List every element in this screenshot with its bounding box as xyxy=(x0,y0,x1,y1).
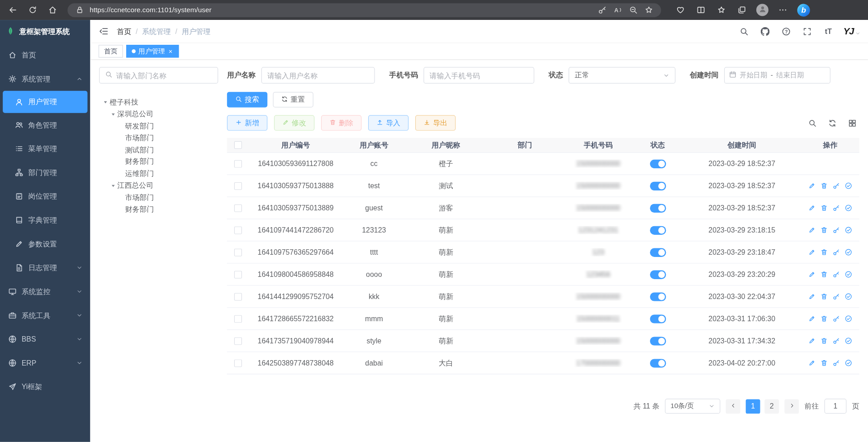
table-row[interactable]: 1641728665572216832mmm萌新150000000112023-… xyxy=(227,308,859,330)
favorites-icon[interactable] xyxy=(715,4,727,16)
page-button-1[interactable]: 1 xyxy=(746,399,760,413)
caret-down-icon[interactable] xyxy=(109,110,117,118)
date-range-picker[interactable]: 开始日期 - 结束日期 xyxy=(724,67,830,84)
close-icon[interactable] xyxy=(168,48,173,54)
row-delete-icon[interactable] xyxy=(821,271,828,278)
copilot-icon[interactable]: b xyxy=(797,4,810,16)
edit-button[interactable]: 修改 xyxy=(274,115,314,131)
row-assign-role-icon[interactable] xyxy=(845,271,852,278)
sidebar-item-erp[interactable]: ERP xyxy=(0,351,90,375)
row-edit-icon[interactable] xyxy=(808,337,816,344)
app-logo[interactable]: 意框架管理系统 xyxy=(0,20,90,43)
row-edit-icon[interactable] xyxy=(808,227,816,234)
table-row[interactable]: 1641030593775013889guest游客15000000000202… xyxy=(227,197,859,219)
tree-node[interactable]: 深圳总公司 xyxy=(99,108,218,120)
row-reset-password-icon[interactable] xyxy=(833,315,840,322)
status-toggle[interactable] xyxy=(650,159,665,168)
table-row[interactable]: 1641735719040978944style萌新15000000000202… xyxy=(227,330,859,352)
sidebar-item-menu[interactable]: 菜单管理 xyxy=(0,137,90,161)
sidebar-item-param[interactable]: 参数设置 xyxy=(0,232,90,256)
table-row[interactable]: 1641441299095752704kkk萌新150000000002023-… xyxy=(227,286,859,308)
row-assign-role-icon[interactable] xyxy=(845,182,852,190)
collections-icon[interactable] xyxy=(736,4,748,16)
row-delete-icon[interactable] xyxy=(821,337,828,344)
row-edit-icon[interactable] xyxy=(808,293,816,300)
delete-button[interactable]: 删除 xyxy=(321,115,361,131)
row-checkbox[interactable] xyxy=(234,204,242,212)
sidebar-item-yi-framework[interactable]: Yi框架 xyxy=(0,375,90,399)
row-delete-icon[interactable] xyxy=(821,293,828,300)
status-toggle[interactable] xyxy=(650,314,665,323)
export-button[interactable]: 导出 xyxy=(415,115,455,131)
breadcrumb-item[interactable]: 首页 xyxy=(117,26,131,36)
page-button-2[interactable]: 2 xyxy=(764,399,779,413)
row-delete-icon[interactable] xyxy=(821,227,828,234)
reset-button[interactable]: 重置 xyxy=(273,92,313,107)
row-checkbox[interactable] xyxy=(234,182,242,190)
row-delete-icon[interactable] xyxy=(821,359,828,366)
row-delete-icon[interactable] xyxy=(821,182,828,190)
zoom-icon[interactable] xyxy=(628,5,639,15)
sidebar-item-user[interactable]: 用户管理 xyxy=(3,91,87,113)
sidebar-item-dept[interactable]: 部门管理 xyxy=(0,161,90,185)
table-row[interactable]: 1641097576365297664tttt萌新1232023-03-29 2… xyxy=(227,242,859,264)
sidebar-item-home[interactable]: 首页 xyxy=(0,43,90,67)
table-row[interactable]: 1642503897748738048dabai大白17000000000202… xyxy=(227,352,859,374)
status-toggle[interactable] xyxy=(650,226,665,235)
prev-page-button[interactable] xyxy=(726,399,740,413)
browser-menu-icon[interactable] xyxy=(777,4,789,16)
row-reset-password-icon[interactable] xyxy=(833,337,840,344)
row-checkbox[interactable] xyxy=(234,271,242,278)
header-search-icon[interactable] xyxy=(738,25,750,38)
breadcrumb-item[interactable]: 用户管理 xyxy=(182,26,211,36)
next-page-button[interactable] xyxy=(784,399,799,413)
row-assign-role-icon[interactable] xyxy=(845,359,852,366)
row-reset-password-icon[interactable] xyxy=(833,249,840,256)
tree-node[interactable]: 江西总公司 xyxy=(99,180,218,191)
sidebar-item-dict[interactable]: 字典管理 xyxy=(0,208,90,232)
tree-node[interactable]: 测试部门 xyxy=(99,144,218,156)
status-toggle[interactable] xyxy=(650,270,665,279)
table-row[interactable]: 1641097441472286720123123萌新1231241231202… xyxy=(227,219,859,242)
column-settings-icon[interactable] xyxy=(847,118,857,128)
row-reset-password-icon[interactable] xyxy=(833,271,840,278)
sidebar-item-role[interactable]: 角色管理 xyxy=(0,113,90,137)
row-checkbox[interactable] xyxy=(234,226,242,234)
address-bar[interactable]: https://ccnetcore.com:1101/system/user A xyxy=(67,3,661,17)
import-button[interactable]: 导入 xyxy=(368,115,408,131)
sidebar-item-bbs[interactable]: BBS xyxy=(0,327,90,351)
username-input[interactable] xyxy=(261,67,375,84)
status-toggle[interactable] xyxy=(650,359,665,368)
sidebar-item-log[interactable]: 日志管理 xyxy=(0,256,90,280)
profile-avatar[interactable] xyxy=(756,4,768,16)
row-checkbox[interactable] xyxy=(234,248,242,256)
tree-node[interactable]: 市场部门 xyxy=(99,132,218,144)
tree-node[interactable]: 橙子科技 xyxy=(99,96,218,108)
sidebar-toggle-icon[interactable] xyxy=(98,26,109,37)
row-assign-role-icon[interactable] xyxy=(845,227,852,234)
row-checkbox[interactable] xyxy=(234,337,242,345)
goto-page-input[interactable] xyxy=(825,399,847,413)
row-delete-icon[interactable] xyxy=(821,249,828,256)
search-button[interactable]: 搜索 xyxy=(227,92,267,107)
add-favorite-icon[interactable] xyxy=(643,5,654,15)
row-reset-password-icon[interactable] xyxy=(833,204,840,212)
status-select[interactable]: 正常 xyxy=(569,67,675,84)
read-aloud-icon[interactable]: A xyxy=(612,5,623,15)
password-manager-icon[interactable] xyxy=(597,5,607,15)
row-reset-password-icon[interactable] xyxy=(833,182,840,190)
table-row[interactable]: 1641030593775013888test测试150000000002023… xyxy=(227,175,859,197)
github-icon[interactable] xyxy=(759,25,771,38)
page-size-select[interactable]: 10条/页 xyxy=(665,399,720,413)
row-delete-icon[interactable] xyxy=(821,315,828,322)
tab-home[interactable]: 首页 xyxy=(99,45,123,57)
caret-down-icon[interactable] xyxy=(109,181,117,190)
sidebar-item-post[interactable]: 岗位管理 xyxy=(0,185,90,209)
status-toggle[interactable] xyxy=(650,337,665,346)
select-all-checkbox[interactable] xyxy=(234,141,242,149)
row-edit-icon[interactable] xyxy=(808,315,816,322)
browser-refresh-button[interactable] xyxy=(27,4,39,16)
status-toggle[interactable] xyxy=(650,204,665,213)
tab-user-manage[interactable]: 用户管理 xyxy=(126,45,179,57)
phone-input[interactable] xyxy=(423,67,534,84)
